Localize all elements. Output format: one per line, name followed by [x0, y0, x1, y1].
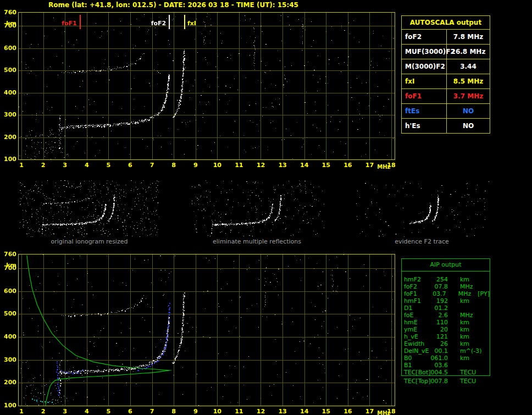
y-axis-unit-main: km — [1, 20, 16, 27]
aip-row-value: 192 — [429, 297, 448, 305]
thumbnail-f2-trace — [354, 180, 489, 237]
autoscala-row-label: fxI — [402, 74, 447, 88]
table-row: fxI8.5 MHz — [402, 74, 490, 89]
table-row: TEC[Bot]004.5TECU — [402, 369, 490, 376]
x-tick-label-profile: 10 — [210, 408, 224, 415]
aip-row-unit: km — [460, 319, 469, 326]
table-row: TEC[Top] 007.8 TECU — [402, 378, 490, 385]
x-tick-label-profile: 5 — [101, 408, 115, 415]
x-tick-label-profile: 4 — [80, 408, 94, 415]
aip-row-value: 07.8 — [429, 283, 448, 290]
autoscala-row-value: NO — [447, 104, 490, 118]
table-row: hmF1192km — [402, 297, 490, 305]
x-axis-unit-profile: MHz — [377, 410, 390, 415]
table-row: DelN_vE00.1m^(-3) — [402, 347, 490, 355]
x-tick-label-main: 8 — [167, 162, 181, 169]
x-tick-label-main: 1 — [14, 162, 29, 169]
aip-row-unit: TECU — [460, 369, 476, 376]
profile-ionogram-plot — [18, 254, 395, 406]
table-row: B0061.0km — [402, 355, 490, 362]
x-tick-label-profile: 6 — [123, 408, 137, 415]
y-tick-label-profile: 400 — [1, 333, 16, 340]
table-row: foE2.6MHz — [402, 312, 490, 319]
autoscala-rows: foF27.8 MHzMUF(3000)F226.8 MHzM(3000)F23… — [402, 30, 490, 133]
autoscala-window: Rome (lat: +41.8, lon: 012.5) - DATE: 20… — [0, 0, 532, 415]
table-row: ymE20km — [402, 326, 490, 333]
aip-row-value: 110 — [429, 319, 448, 326]
marker-label-fxI: fxI — [187, 20, 196, 27]
x-tick-label-profile: 8 — [167, 408, 181, 415]
aip-row-extra: [PY] — [478, 290, 490, 297]
aip-row-label: foE — [402, 312, 429, 319]
x-tick-label-main: 2 — [36, 162, 51, 169]
autoscala-row-value: NO — [447, 119, 490, 133]
aip-row-label: hmF2 — [402, 276, 429, 283]
x-tick-label-main: 16 — [341, 162, 355, 169]
aip-row-value: 254 — [429, 276, 448, 283]
station-title: Rome (lat: +41.8, lon: 012.5) - DATE: 20… — [48, 1, 298, 9]
x-tick-label-main: 12 — [253, 162, 268, 169]
table-row: foF103.7MHz[PY] — [402, 290, 490, 297]
aip-row-label: foF2 — [402, 283, 429, 290]
aip-row-value: 03.6 — [429, 362, 448, 369]
y-tick-label-main: 600 — [1, 45, 16, 52]
autoscala-row-label: ftEs — [402, 104, 447, 118]
aip-row-value: 007.8 — [429, 378, 448, 385]
aip-panel-title: AIP output — [402, 259, 490, 272]
x-tick-label-profile: 14 — [297, 408, 312, 415]
y-tick-label-profile: 300 — [1, 356, 16, 363]
aip-row-label: hmE — [402, 319, 429, 326]
y-tick-label-profile: 500 — [1, 310, 16, 317]
aip-row-label: foF1 — [402, 290, 428, 297]
aip-row-label: Ewidth — [402, 340, 429, 347]
aip-row-value: 004.5 — [429, 369, 448, 376]
aip-row-value: 01.2 — [429, 305, 448, 312]
aip-row-unit: km — [460, 326, 469, 333]
x-tick-label-profile: 12 — [253, 408, 268, 415]
marker-label-foF2: foF2 — [151, 20, 166, 27]
aip-row-value: 2.6 — [429, 312, 448, 319]
x-tick-label-profile: 17 — [362, 408, 376, 415]
table-row: B103.6 — [402, 362, 490, 369]
x-tick-label-profile: 15 — [319, 408, 333, 415]
x-tick-label-main: 4 — [80, 162, 94, 169]
y-tick-label-main: 400 — [1, 89, 16, 96]
x-tick-label-main: 17 — [362, 162, 376, 169]
autoscala-row-value: 26.8 MHz — [447, 45, 490, 59]
x-tick-label-main: 10 — [210, 162, 224, 169]
x-tick-label-profile: 2 — [36, 408, 51, 415]
aip-output-panel: AIP output hmF2254kmfoF207.8MHzfoF103.7M… — [401, 258, 490, 376]
y-tick-label-profile: 760 — [1, 251, 16, 258]
aip-row-label: h_vE — [402, 333, 429, 340]
thumbnail-caption-3: evidence F2 trace — [354, 238, 489, 245]
autoscala-row-value: 7.8 MHz — [447, 30, 490, 44]
autoscala-row-label: h'Es — [402, 119, 447, 133]
table-row: hmE110km — [402, 319, 490, 326]
x-tick-label-main: 13 — [275, 162, 290, 169]
autoscala-row-value: 8.5 MHz — [447, 74, 490, 88]
table-row: M(3000)F23.44 — [402, 59, 490, 74]
aip-row-unit: km — [460, 355, 469, 362]
x-tick-label-main: 7 — [145, 162, 159, 169]
aip-row-value: 26 — [429, 340, 448, 347]
profile-ionogram-canvas — [19, 254, 395, 406]
aip-row-label: B1 — [402, 362, 429, 369]
y-tick-label-profile: 200 — [1, 379, 16, 386]
aip-rows: hmF2254kmfoF207.8MHzfoF103.7MHz[PY]hmF11… — [402, 272, 490, 376]
y-tick-label-main: 200 — [1, 134, 16, 141]
autoscala-row-label: foF2 — [402, 30, 447, 44]
x-tick-label-main: 5 — [101, 162, 115, 169]
aip-row-unit: km — [460, 340, 469, 347]
y-tick-label-profile: 600 — [1, 287, 16, 295]
table-row: MUF(3000)F226.8 MHz — [402, 45, 490, 59]
aip-row-label: hmF1 — [402, 297, 429, 305]
main-ionogram-canvas — [19, 13, 395, 159]
y-axis-unit-profile: km — [1, 262, 16, 269]
table-row: hmF2254km — [402, 276, 490, 283]
aip-row-label: ymE — [402, 326, 429, 333]
x-tick-label-profile: 3 — [58, 408, 72, 415]
table-row: ftEsNO — [402, 104, 490, 119]
autoscala-row-label: foF1 — [402, 89, 447, 103]
thumbnail-caption-2: eliminate multiple reflections — [190, 238, 324, 245]
table-row: foF207.8MHz — [402, 283, 490, 290]
